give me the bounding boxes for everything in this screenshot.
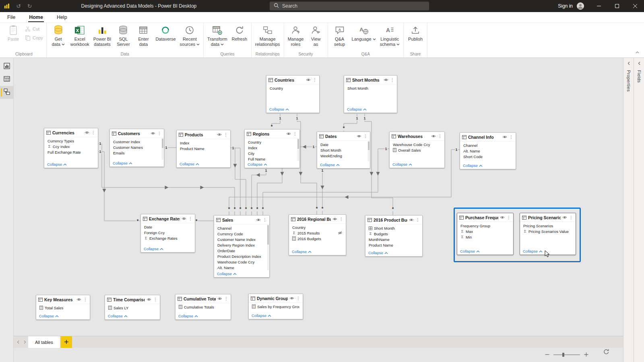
table-card-key-measures[interactable]: Key Measures⋮Total SalesCollapse: [36, 295, 90, 320]
fit-to-screen-button[interactable]: [603, 349, 609, 356]
scrollbar-thumb[interactable]: [297, 139, 299, 149]
zoom-slider[interactable]: [553, 354, 580, 355]
eye-icon[interactable]: [306, 78, 311, 82]
field-row[interactable]: Overall Sales: [390, 147, 444, 153]
report-view-button[interactable]: [0, 60, 13, 73]
table-card-products[interactable]: Products⋮IndexProduct NameCollapse: [176, 130, 231, 168]
field-row[interactable]: Date: [317, 142, 370, 147]
eye-icon[interactable]: [502, 135, 507, 139]
eye-icon[interactable]: [151, 132, 155, 135]
scrollbar-thumb[interactable]: [162, 139, 163, 148]
eye-icon[interactable]: [147, 298, 151, 301]
field-row[interactable]: Short Month: [344, 85, 397, 91]
field-row[interactable]: Sales by Frequency Group: [249, 304, 303, 309]
field-row[interactable]: Short Code: [460, 154, 516, 159]
more-options-icon[interactable]: ⋮: [390, 78, 395, 82]
table-card-pricing-scenarios[interactable]: Pricing Scenarios⋮Pricing ScenariosΣPric…: [520, 213, 576, 255]
more-options-icon[interactable]: ⋮: [293, 132, 297, 136]
field-row[interactable]: WeekEnding: [317, 153, 370, 158]
collapse-link[interactable]: Collapse: [347, 107, 368, 111]
field-row[interactable]: Customer Name Index: [214, 237, 269, 242]
table-card-header[interactable]: Pricing Scenarios⋮: [520, 213, 576, 222]
field-row[interactable]: Index: [177, 140, 230, 146]
table-card-header[interactable]: Cumulative Totals⋮: [175, 294, 231, 303]
undo-button[interactable]: ↺: [16, 3, 21, 9]
table-card-header[interactable]: 2016 Product Budgets⋮: [365, 216, 422, 224]
table-card-sales[interactable]: Sales⋮ChannelCurrency CodeCustomer Name …: [214, 215, 270, 278]
table-card-countries[interactable]: Countries⋮CountryCollapse: [266, 75, 320, 113]
field-row[interactable]: Product Name: [177, 146, 230, 151]
eye-icon[interactable]: [332, 217, 337, 221]
more-options-icon[interactable]: ⋮: [296, 296, 301, 300]
eye-icon[interactable]: [384, 78, 388, 82]
model-view-button[interactable]: [0, 86, 13, 99]
maximize-button[interactable]: [608, 0, 626, 12]
field-row[interactable]: Full Exchange Rate: [44, 149, 98, 155]
refresh-button[interactable]: Refresh: [229, 23, 250, 42]
tab-all-tables[interactable]: All tables: [28, 336, 60, 348]
table-card-header[interactable]: Countries⋮: [266, 76, 319, 84]
field-row[interactable]: Delivery Region Index: [214, 242, 269, 248]
field-row[interactable]: Country: [245, 139, 299, 145]
table-card-header[interactable]: Customers⋮: [110, 129, 164, 138]
more-options-icon[interactable]: ⋮: [312, 78, 317, 82]
field-row[interactable]: Channel: [460, 142, 516, 148]
power-bi-datasets-button[interactable]: Power BIdatasets: [91, 23, 114, 47]
eye-icon[interactable]: [76, 298, 81, 301]
more-options-icon[interactable]: ⋮: [569, 216, 574, 220]
field-row[interactable]: Currency Types: [44, 138, 98, 144]
table-card-header[interactable]: Regions⋮: [245, 130, 299, 138]
eye-icon[interactable]: [357, 134, 361, 138]
eye-icon[interactable]: [182, 217, 186, 220]
tabs-scroll-right-button[interactable]: [21, 336, 28, 348]
eye-icon[interactable]: [85, 131, 89, 134]
table-card-header[interactable]: Channel Info⋮: [460, 133, 516, 142]
tabs-scroll-left-button[interactable]: [14, 336, 21, 348]
manage-relationships-button[interactable]: Managerelationships: [253, 23, 282, 47]
more-options-icon[interactable]: ⋮: [91, 131, 96, 135]
field-row[interactable]: Alt. Name: [460, 148, 516, 154]
card-scrollbar[interactable]: [368, 141, 369, 161]
chevron-left-icon[interactable]: [627, 62, 630, 65]
view-as-button[interactable]: Viewas: [306, 23, 326, 47]
field-row[interactable]: Date: [141, 224, 195, 230]
table-card-2016-product-budgets[interactable]: 2016 Product Budgets⋮Short MonthΣBudgets…: [365, 215, 423, 257]
enter-data-button[interactable]: Enterdata: [133, 23, 153, 47]
recent-sources-button[interactable]: Recentsources: [178, 23, 202, 47]
collapse-link[interactable]: Collapse: [248, 162, 268, 167]
minimize-button[interactable]: [590, 0, 608, 12]
field-row[interactable]: Full Name: [245, 156, 299, 161]
table-card-header[interactable]: Currencies⋮: [44, 128, 98, 137]
collapse-link[interactable]: Collapse: [144, 247, 165, 251]
table-card-header[interactable]: Time Comparison⋮: [105, 295, 160, 304]
dataverse-button[interactable]: Dataverse: [153, 23, 178, 42]
avatar[interactable]: [577, 2, 584, 10]
collapse-link[interactable]: Collapse: [252, 313, 272, 318]
table-card-header[interactable]: Exchange Rates⋮: [141, 214, 195, 223]
relationship-line[interactable]: [297, 114, 317, 214]
cut-button[interactable]: Cut: [25, 26, 43, 32]
collapse-link[interactable]: Collapse: [292, 249, 313, 254]
field-row[interactable]: Currency Code: [214, 231, 269, 237]
tab-help[interactable]: Help: [56, 13, 68, 23]
q-a-setup-button[interactable]: AQ&Asetup: [330, 23, 350, 47]
table-card-header[interactable]: 2016 Regional Budget⋮: [289, 215, 346, 224]
table-card-dates[interactable]: Dates⋮DateShort MonthWeekEndingCollapse: [317, 132, 370, 169]
field-row[interactable]: 2016 Budgets: [289, 236, 346, 241]
collapse-link[interactable]: Collapse: [269, 107, 290, 111]
table-card-header[interactable]: Products⋮: [177, 130, 230, 139]
field-row[interactable]: ΣExchange Rates: [141, 235, 195, 241]
table-card-short-months[interactable]: Short Months⋮Short MonthCollapse: [344, 75, 397, 113]
fields-pane-collapsed[interactable]: Fields: [634, 58, 644, 362]
table-card-header[interactable]: Sales⋮: [214, 216, 269, 224]
eye-icon[interactable]: [289, 296, 294, 300]
card-scrollbar[interactable]: [297, 138, 299, 161]
eye-icon[interactable]: [217, 133, 222, 136]
ribbon-collapse-button[interactable]: [636, 48, 639, 55]
table-card-cumulative-totals[interactable]: Cumulative Totals⋮Cumulative TotalsColla…: [175, 294, 231, 320]
more-options-icon[interactable]: ⋮: [83, 298, 88, 302]
table-card-exchange-rates[interactable]: Exchange Rates⋮DateForeign CcyΣExchange …: [140, 214, 195, 253]
field-row[interactable]: Short Month: [365, 225, 422, 231]
table-card-header[interactable]: Dates⋮: [317, 132, 370, 141]
field-row[interactable]: Product Description Index: [214, 253, 269, 259]
